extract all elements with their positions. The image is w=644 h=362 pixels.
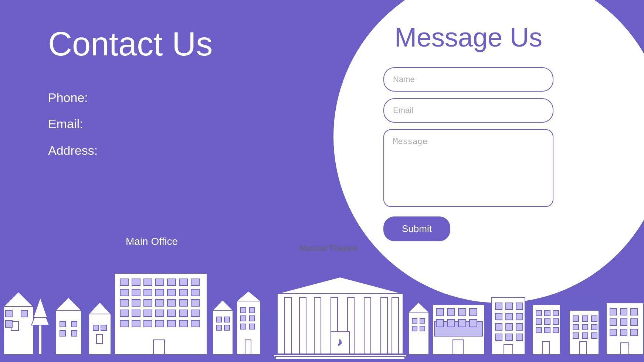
svg-rect-26: [167, 279, 176, 286]
svg-rect-30: [132, 289, 140, 296]
svg-rect-18: [93, 325, 99, 331]
svg-rect-42: [191, 300, 199, 306]
svg-rect-114: [495, 334, 502, 341]
svg-rect-103: [453, 340, 463, 355]
svg-rect-37: [132, 300, 140, 306]
svg-rect-20: [96, 334, 102, 344]
svg-rect-97: [458, 308, 466, 316]
svg-rect-119: [536, 310, 542, 316]
svg-marker-74: [277, 277, 403, 294]
svg-rect-146: [631, 319, 637, 325]
svg-rect-132: [592, 316, 597, 321]
svg-marker-65: [237, 291, 261, 301]
svg-rect-96: [447, 308, 455, 316]
svg-rect-145: [620, 319, 627, 325]
svg-rect-139: [580, 342, 586, 355]
svg-rect-113: [516, 324, 523, 330]
svg-rect-69: [250, 316, 255, 321]
phone-label: Phone:: [48, 85, 288, 111]
svg-rect-137: [582, 333, 588, 338]
svg-rect-125: [536, 327, 542, 333]
message-textarea[interactable]: [383, 129, 553, 207]
svg-rect-29: [120, 289, 128, 296]
svg-rect-57: [153, 340, 165, 355]
svg-rect-89: [412, 318, 417, 323]
svg-rect-112: [506, 324, 512, 330]
svg-rect-141: [610, 308, 617, 315]
svg-rect-36: [120, 300, 128, 306]
svg-rect-107: [516, 303, 523, 310]
svg-rect-60: [216, 317, 221, 322]
svg-rect-116: [516, 334, 523, 341]
svg-rect-143: [631, 308, 637, 315]
message-title: Message Us: [394, 22, 542, 52]
svg-rect-126: [545, 327, 550, 333]
svg-rect-95: [436, 308, 444, 316]
address-label: Address:: [48, 137, 288, 164]
svg-rect-4: [6, 310, 12, 317]
svg-rect-56: [191, 320, 199, 327]
contact-info: Phone: Email: Address:: [48, 85, 288, 164]
svg-rect-31: [144, 289, 152, 296]
svg-rect-32: [156, 289, 164, 296]
svg-rect-105: [495, 303, 502, 310]
svg-rect-47: [167, 310, 176, 317]
svg-rect-150: [621, 343, 629, 355]
svg-rect-43: [120, 310, 128, 317]
svg-rect-54: [167, 320, 176, 327]
svg-rect-33: [167, 289, 176, 296]
svg-rect-70: [241, 324, 246, 329]
svg-rect-128: [543, 342, 549, 355]
musical-theatre-label: Musical Theatre: [299, 243, 357, 253]
page-title: Contact Us: [48, 26, 288, 62]
svg-rect-81: [381, 297, 387, 355]
svg-marker-2: [4, 292, 33, 307]
svg-rect-130: [573, 316, 579, 321]
svg-rect-87: [409, 312, 429, 355]
svg-rect-13: [71, 321, 77, 327]
svg-rect-45: [144, 310, 152, 317]
svg-rect-136: [573, 333, 579, 338]
name-input[interactable]: [383, 67, 553, 92]
svg-rect-24: [144, 279, 152, 286]
svg-rect-53: [156, 320, 164, 327]
form-container: Submit: [383, 67, 553, 241]
svg-marker-88: [409, 302, 429, 312]
svg-rect-50: [120, 320, 128, 327]
svg-rect-86: [275, 356, 405, 359]
svg-rect-109: [506, 313, 512, 320]
svg-rect-144: [610, 319, 617, 325]
svg-rect-5: [21, 310, 28, 317]
email-input[interactable]: [383, 98, 553, 123]
svg-rect-133: [573, 324, 579, 330]
svg-rect-49: [191, 310, 199, 317]
svg-rect-71: [250, 324, 255, 329]
email-label: Email:: [48, 111, 288, 137]
svg-rect-92: [420, 326, 425, 331]
svg-rect-61: [224, 317, 230, 322]
svg-rect-98: [470, 308, 477, 316]
svg-rect-28: [191, 279, 199, 286]
svg-rect-34: [179, 289, 187, 296]
svg-rect-124: [553, 319, 559, 324]
svg-rect-51: [132, 320, 140, 327]
svg-rect-147: [610, 329, 617, 336]
svg-rect-55: [179, 320, 187, 327]
svg-rect-148: [620, 329, 627, 336]
svg-rect-82: [392, 297, 399, 355]
main-office-label: Main Office: [126, 236, 178, 247]
svg-rect-122: [536, 319, 542, 324]
svg-rect-22: [120, 279, 128, 286]
svg-rect-120: [545, 310, 550, 316]
svg-rect-91: [412, 326, 417, 331]
svg-rect-108: [495, 313, 502, 320]
svg-text:♪: ♪: [337, 336, 342, 348]
svg-rect-134: [582, 324, 588, 330]
svg-rect-102: [470, 320, 477, 327]
svg-rect-46: [156, 310, 164, 317]
svg-rect-127: [553, 327, 559, 333]
svg-rect-25: [156, 279, 164, 286]
svg-rect-106: [506, 303, 512, 310]
svg-rect-7: [39, 325, 42, 355]
svg-rect-110: [516, 313, 523, 320]
